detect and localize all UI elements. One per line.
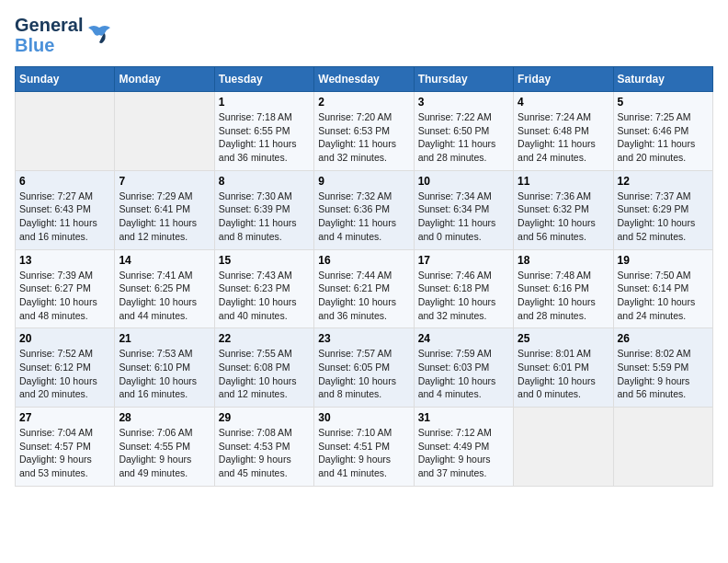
day-number: 21 (119, 332, 210, 345)
day-info: Sunrise: 7:50 AM Sunset: 6:14 PM Dayligh… (618, 269, 709, 323)
calendar-cell: 1Sunrise: 7:18 AM Sunset: 6:55 PM Daylig… (214, 92, 313, 171)
day-number: 2 (318, 96, 409, 109)
day-info: Sunrise: 7:59 AM Sunset: 6:03 PM Dayligh… (418, 347, 509, 401)
day-number: 27 (19, 411, 110, 424)
day-number: 4 (518, 96, 609, 109)
weekday-header-row: SundayMondayTuesdayWednesdayThursdayFrid… (16, 67, 713, 92)
weekday-header-sunday: Sunday (16, 67, 115, 92)
calendar-cell: 14Sunrise: 7:41 AM Sunset: 6:25 PM Dayli… (115, 249, 214, 328)
weekday-header-friday: Friday (514, 67, 613, 92)
calendar-cell: 15Sunrise: 7:43 AM Sunset: 6:23 PM Dayli… (214, 249, 313, 328)
weekday-header-monday: Monday (115, 67, 214, 92)
calendar-cell: 12Sunrise: 7:37 AM Sunset: 6:29 PM Dayli… (613, 170, 712, 249)
weekday-header-thursday: Thursday (414, 67, 513, 92)
calendar-cell: 10Sunrise: 7:34 AM Sunset: 6:34 PM Dayli… (414, 170, 513, 249)
day-info: Sunrise: 7:04 AM Sunset: 4:57 PM Dayligh… (19, 426, 110, 480)
calendar-cell: 11Sunrise: 7:36 AM Sunset: 6:32 PM Dayli… (514, 170, 613, 249)
day-number: 1 (219, 96, 310, 109)
day-info: Sunrise: 7:06 AM Sunset: 4:55 PM Dayligh… (119, 426, 210, 480)
day-info: Sunrise: 7:46 AM Sunset: 6:18 PM Dayligh… (418, 269, 509, 323)
calendar-cell: 9Sunrise: 7:32 AM Sunset: 6:36 PM Daylig… (314, 170, 414, 249)
day-number: 30 (318, 411, 409, 424)
day-info: Sunrise: 7:20 AM Sunset: 6:53 PM Dayligh… (318, 110, 409, 165)
calendar-cell: 19Sunrise: 7:50 AM Sunset: 6:14 PM Dayli… (613, 249, 712, 328)
day-number: 23 (318, 332, 409, 345)
day-number: 31 (418, 411, 509, 424)
calendar-cell: 23Sunrise: 7:57 AM Sunset: 6:05 PM Dayli… (314, 328, 414, 408)
day-number: 26 (618, 332, 709, 345)
day-info: Sunrise: 7:41 AM Sunset: 6:25 PM Dayligh… (119, 269, 210, 323)
day-info: Sunrise: 7:37 AM Sunset: 6:29 PM Dayligh… (618, 190, 709, 244)
weekday-header-wednesday: Wednesday (314, 67, 414, 92)
day-number: 28 (119, 411, 210, 424)
calendar-cell (16, 92, 115, 171)
calendar-cell: 27Sunrise: 7:04 AM Sunset: 4:57 PM Dayli… (16, 408, 115, 487)
day-number: 9 (318, 175, 409, 188)
week-row-3: 13Sunrise: 7:39 AM Sunset: 6:27 PM Dayli… (16, 249, 713, 328)
day-number: 25 (518, 332, 609, 345)
calendar-cell: 29Sunrise: 7:08 AM Sunset: 4:53 PM Dayli… (214, 408, 313, 487)
day-info: Sunrise: 7:24 AM Sunset: 6:48 PM Dayligh… (518, 110, 609, 165)
day-number: 8 (219, 175, 310, 188)
calendar-cell: 28Sunrise: 7:06 AM Sunset: 4:55 PM Dayli… (115, 408, 214, 487)
calendar-cell: 13Sunrise: 7:39 AM Sunset: 6:27 PM Dayli… (16, 249, 115, 328)
logo-text: GeneralBlue (15, 15, 83, 55)
day-info: Sunrise: 7:25 AM Sunset: 6:46 PM Dayligh… (618, 110, 709, 165)
day-info: Sunrise: 7:32 AM Sunset: 6:36 PM Dayligh… (318, 190, 409, 244)
day-number: 3 (418, 96, 509, 109)
calendar-cell: 26Sunrise: 8:02 AM Sunset: 5:59 PM Dayli… (613, 328, 712, 408)
day-info: Sunrise: 8:02 AM Sunset: 5:59 PM Dayligh… (618, 347, 709, 401)
day-number: 15 (219, 254, 310, 267)
day-number: 29 (219, 411, 310, 424)
week-row-4: 20Sunrise: 7:52 AM Sunset: 6:12 PM Dayli… (16, 328, 713, 408)
day-info: Sunrise: 7:34 AM Sunset: 6:34 PM Dayligh… (418, 190, 509, 244)
calendar-cell: 22Sunrise: 7:55 AM Sunset: 6:08 PM Dayli… (214, 328, 313, 408)
day-info: Sunrise: 7:43 AM Sunset: 6:23 PM Dayligh… (219, 269, 310, 323)
calendar-cell: 8Sunrise: 7:30 AM Sunset: 6:39 PM Daylig… (214, 170, 313, 249)
logo: GeneralBlue (15, 15, 112, 55)
day-info: Sunrise: 7:44 AM Sunset: 6:21 PM Dayligh… (318, 269, 409, 323)
day-info: Sunrise: 7:39 AM Sunset: 6:27 PM Dayligh… (19, 269, 110, 323)
day-number: 12 (618, 175, 709, 188)
day-info: Sunrise: 7:36 AM Sunset: 6:32 PM Dayligh… (518, 190, 609, 244)
calendar-cell: 7Sunrise: 7:29 AM Sunset: 6:41 PM Daylig… (115, 170, 214, 249)
day-info: Sunrise: 7:55 AM Sunset: 6:08 PM Dayligh… (219, 347, 310, 401)
day-number: 13 (19, 254, 110, 267)
calendar-cell: 25Sunrise: 8:01 AM Sunset: 6:01 PM Dayli… (514, 328, 613, 408)
calendar-cell: 17Sunrise: 7:46 AM Sunset: 6:18 PM Dayli… (414, 249, 513, 328)
calendar-cell: 31Sunrise: 7:12 AM Sunset: 4:49 PM Dayli… (414, 408, 513, 487)
day-info: Sunrise: 7:10 AM Sunset: 4:51 PM Dayligh… (318, 426, 409, 480)
week-row-1: 1Sunrise: 7:18 AM Sunset: 6:55 PM Daylig… (16, 92, 713, 171)
day-info: Sunrise: 7:08 AM Sunset: 4:53 PM Dayligh… (219, 426, 310, 480)
day-number: 7 (119, 175, 210, 188)
calendar-table: SundayMondayTuesdayWednesdayThursdayFrid… (15, 66, 713, 487)
calendar-cell: 20Sunrise: 7:52 AM Sunset: 6:12 PM Dayli… (16, 328, 115, 408)
day-number: 24 (418, 332, 509, 345)
day-number: 16 (318, 254, 409, 267)
page-header: GeneralBlue (15, 15, 713, 55)
day-info: Sunrise: 7:30 AM Sunset: 6:39 PM Dayligh… (219, 190, 310, 244)
week-row-5: 27Sunrise: 7:04 AM Sunset: 4:57 PM Dayli… (16, 408, 713, 487)
day-number: 5 (618, 96, 709, 109)
calendar-cell: 4Sunrise: 7:24 AM Sunset: 6:48 PM Daylig… (514, 92, 613, 171)
day-info: Sunrise: 7:57 AM Sunset: 6:05 PM Dayligh… (318, 347, 409, 401)
weekday-header-saturday: Saturday (613, 67, 712, 92)
day-info: Sunrise: 7:53 AM Sunset: 6:10 PM Dayligh… (119, 347, 210, 401)
day-number: 17 (418, 254, 509, 267)
day-number: 18 (518, 254, 609, 267)
day-info: Sunrise: 7:22 AM Sunset: 6:50 PM Dayligh… (418, 110, 509, 165)
day-info: Sunrise: 7:18 AM Sunset: 6:55 PM Dayligh… (219, 110, 310, 165)
calendar-cell: 6Sunrise: 7:27 AM Sunset: 6:43 PM Daylig… (16, 170, 115, 249)
weekday-header-tuesday: Tuesday (214, 67, 313, 92)
calendar-cell: 24Sunrise: 7:59 AM Sunset: 6:03 PM Dayli… (414, 328, 513, 408)
calendar-cell (613, 408, 712, 487)
day-number: 14 (119, 254, 210, 267)
day-info: Sunrise: 7:52 AM Sunset: 6:12 PM Dayligh… (19, 347, 110, 401)
calendar-cell: 16Sunrise: 7:44 AM Sunset: 6:21 PM Dayli… (314, 249, 414, 328)
calendar-cell (514, 408, 613, 487)
day-info: Sunrise: 7:12 AM Sunset: 4:49 PM Dayligh… (418, 426, 509, 480)
calendar-cell: 21Sunrise: 7:53 AM Sunset: 6:10 PM Dayli… (115, 328, 214, 408)
day-number: 11 (518, 175, 609, 188)
calendar-cell: 5Sunrise: 7:25 AM Sunset: 6:46 PM Daylig… (613, 92, 712, 171)
day-info: Sunrise: 7:29 AM Sunset: 6:41 PM Dayligh… (119, 190, 210, 244)
